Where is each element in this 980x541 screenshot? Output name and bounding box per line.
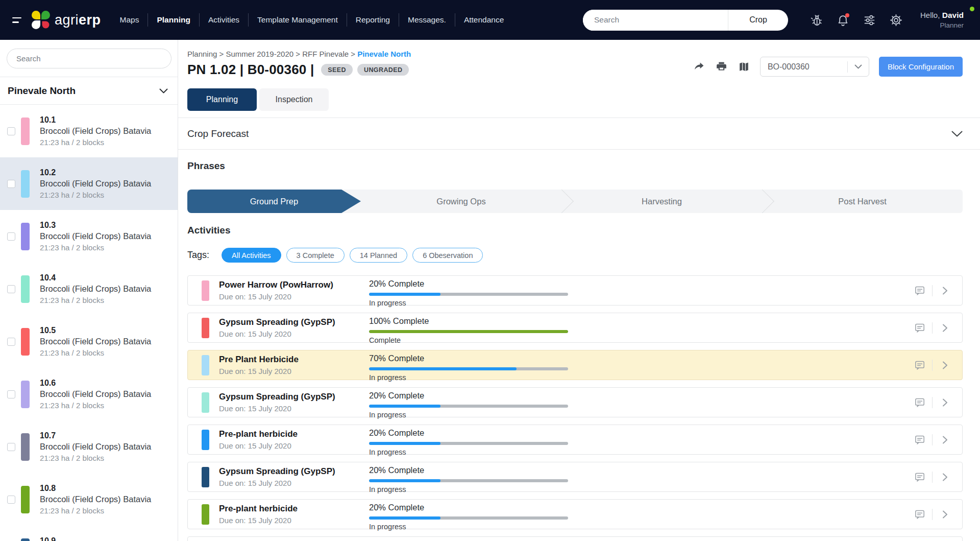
block-list-item[interactable]: 10.5 Broccoli (Field Crops) Batavia 21:2… [0, 315, 178, 368]
block-meta: 21:23 ha / 2 blocks [40, 506, 151, 515]
block-crop-name: Broccoli (Field Crops) Batavia [40, 495, 151, 504]
chevron-right-icon[interactable] [939, 471, 951, 483]
block-checkbox[interactable] [7, 338, 15, 346]
activity-title: Pre Plant Herbicide [219, 355, 361, 365]
tag-filter-pill[interactable]: All Activities [222, 248, 281, 263]
phase-step-ground-prep[interactable]: Ground Prep [187, 190, 361, 213]
nav-item[interactable]: Template Management [248, 13, 347, 27]
comment-icon[interactable] [914, 434, 926, 446]
activity-progress-bar [369, 479, 568, 482]
block-checkbox[interactable] [7, 232, 15, 241]
breadcrumb-item[interactable]: Planning [187, 50, 226, 58]
activity-row[interactable]: Gypsum Spreading (GypSP) Due on: 15 July… [187, 387, 963, 417]
activity-row[interactable]: Pre-plant herbicide Due on: 15 July 2020… [187, 499, 963, 529]
print-icon[interactable] [715, 60, 728, 73]
nav-item[interactable]: Activities [199, 13, 248, 27]
block-code: 10.6 [40, 379, 151, 388]
phase-step-growing-ops[interactable]: Growing Ops [361, 190, 561, 213]
chevron-right-icon[interactable] [939, 359, 951, 371]
block-list-item[interactable]: 10.9 Broccoli (Field Crops) Batavia 21:2… [0, 526, 178, 541]
block-configuration-button[interactable]: Block Configuration [879, 57, 963, 77]
comment-icon[interactable] [914, 322, 926, 334]
notifications-bell-icon[interactable] [836, 13, 850, 27]
block-list-item[interactable]: 10.8 Broccoli (Field Crops) Batavia 21:2… [0, 473, 178, 526]
block-list-item[interactable]: 10.4 Broccoli (Field Crops) Batavia 21:2… [0, 263, 178, 315]
block-checkbox[interactable] [7, 285, 15, 293]
nav-item[interactable]: Messages. [399, 13, 455, 27]
nav-item[interactable]: Reporting [347, 13, 399, 27]
chevron-right-icon[interactable] [939, 434, 951, 446]
nav-item[interactable]: Maps [111, 13, 148, 27]
breadcrumb-item[interactable]: Summer 2019-2020 [226, 50, 303, 58]
activity-due-date: Due on: 15 July 2020 [219, 404, 361, 413]
search-scope-select[interactable]: Crop [728, 10, 788, 31]
block-checkbox[interactable] [7, 390, 15, 398]
comment-icon[interactable] [914, 508, 926, 521]
block-checkbox[interactable] [7, 127, 15, 135]
block-list-item[interactable]: 10.7 Broccoli (Field Crops) Batavia 21:2… [0, 420, 178, 473]
search-input[interactable] [583, 10, 728, 31]
chevron-right-icon[interactable] [939, 508, 951, 521]
breadcrumb-item[interactable]: Pinevale North [357, 50, 411, 58]
share-icon[interactable] [693, 60, 705, 73]
block-crop-name: Broccoli (Field Crops) Batavia [40, 337, 151, 346]
chevron-down-icon[interactable] [159, 88, 168, 93]
block-checkbox[interactable] [7, 443, 15, 451]
global-search: Crop [583, 10, 788, 31]
activity-row[interactable]: Pre-plant herbicide Due on: 15 July 2020… [187, 425, 963, 455]
chevron-right-icon[interactable] [939, 396, 951, 409]
tag-filter-pill[interactable]: 14 Planned [350, 248, 407, 263]
block-color-bar [21, 223, 30, 250]
block-meta: 21:23 ha / 2 blocks [40, 401, 151, 410]
block-list-item[interactable]: 10.1 Broccoli (Field Crops) Batavia 21:2… [0, 105, 178, 157]
sidebar-group-header[interactable]: Pinevale North [0, 77, 178, 105]
tab-inspection[interactable]: Inspection [259, 88, 329, 111]
comment-icon[interactable] [914, 471, 926, 483]
settings-gear-icon[interactable] [889, 13, 903, 27]
activity-filter-row: Tags: All Activities3 Complete14 Planned… [187, 248, 963, 263]
crop-forecast-section-header[interactable]: Crop Forecast [187, 118, 963, 149]
activity-row[interactable]: Gypsum Spreading (GypSP) Due on: 15 July… [187, 462, 963, 492]
phase-step-harvesting[interactable]: Harvesting [561, 190, 762, 213]
comment-icon[interactable] [914, 285, 926, 297]
activity-progress-bar [369, 293, 568, 296]
activity-color-bar [202, 355, 209, 375]
activity-title: Pre-plant herbicide [219, 429, 361, 439]
sidebar-group-title: Pinevale North [8, 85, 76, 97]
user-menu[interactable]: Hello, David Planner [920, 10, 964, 30]
map-icon[interactable] [738, 60, 750, 73]
tag-filter-pill[interactable]: 3 Complete [286, 248, 345, 263]
pest-scouting-icon[interactable] [810, 13, 823, 27]
comment-icon[interactable] [914, 359, 926, 371]
preferences-sliders-icon[interactable] [863, 13, 876, 27]
block-list-item[interactable]: 10.3 Broccoli (Field Crops) Batavia 21:2… [0, 210, 178, 263]
activity-progress: 20% Complete In progress [369, 279, 568, 307]
sidebar-search-wrap [0, 40, 178, 77]
tab-planning[interactable]: Planning [187, 88, 257, 111]
breadcrumb-item[interactable]: RFF Pinevale [302, 50, 357, 58]
block-id-select[interactable]: BO-000360 [760, 57, 869, 77]
block-checkbox[interactable] [7, 180, 15, 188]
chevron-right-icon[interactable] [939, 322, 951, 334]
sidebar-search-input[interactable] [7, 49, 172, 68]
chevron-right-icon[interactable] [939, 285, 951, 297]
brand-logo[interactable]: agrierp [32, 11, 101, 29]
comment-icon[interactable] [914, 396, 926, 409]
nav-item[interactable]: Planning [148, 13, 199, 27]
crop-forecast-chevron-icon[interactable] [951, 131, 963, 137]
phase-step-post-harvest[interactable]: Post Harvest [762, 190, 963, 213]
blocks-sidebar: Pinevale North 10.1 Broccoli (Field Crop… [0, 40, 178, 541]
block-list-item[interactable]: 10.2 Broccoli (Field Crops) Batavia 21:2… [0, 157, 178, 210]
activity-row[interactable]: Power Harrow (PowHarrow) Due on: 15 July… [187, 275, 963, 305]
activity-row[interactable]: Pre Plant Herbicide Due on: 15 July 2020… [187, 350, 963, 380]
activity-title: Power Harrow (PowHarrow) [219, 280, 361, 290]
activity-row[interactable]: Pre-plant herbicide Due on: 15 July 2020… [187, 536, 963, 541]
block-code: 10.4 [40, 273, 151, 283]
activity-row[interactable]: Gypsum Spreading (GypSP) Due on: 15 July… [187, 313, 963, 343]
block-checkbox[interactable] [7, 496, 15, 504]
status-badge: UNGRADED [357, 64, 409, 76]
menu-toggle-icon[interactable] [12, 17, 23, 23]
nav-item[interactable]: Attendance [455, 13, 512, 27]
tag-filter-pill[interactable]: 6 Obeservation [412, 248, 483, 263]
block-list-item[interactable]: 10.6 Broccoli (Field Crops) Batavia 21:2… [0, 368, 178, 420]
